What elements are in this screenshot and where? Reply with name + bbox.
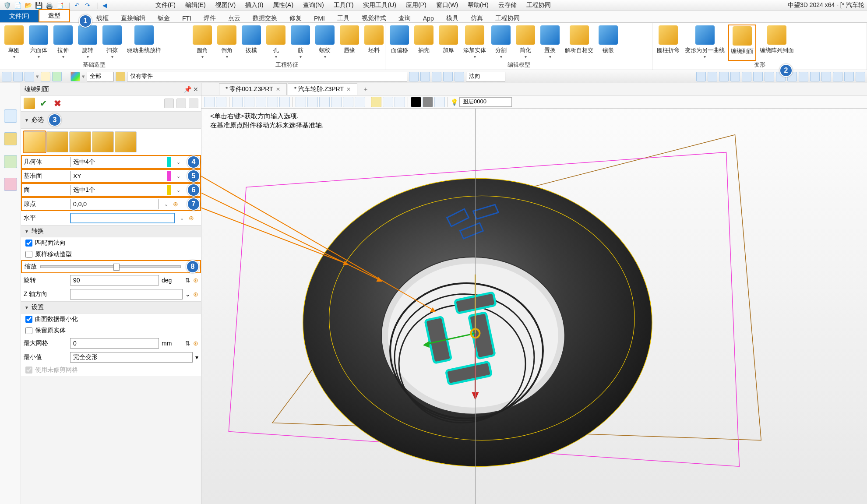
- origin-pick-icon[interactable]: ⊛: [173, 201, 183, 208]
- rbtn-split[interactable]: 分割▾: [490, 25, 512, 61]
- rbtn-stock[interactable]: 坯料: [363, 25, 385, 61]
- doc-tab-2[interactable]: * 汽车轮胎.Z3PRT✕: [288, 83, 357, 95]
- sidetab-box-icon[interactable]: [4, 132, 17, 145]
- vtb-black-icon[interactable]: [411, 97, 421, 107]
- vtb-icon[interactable]: [279, 97, 290, 107]
- direction-select[interactable]: 法向: [466, 72, 505, 81]
- tb2-icon[interactable]: [742, 72, 751, 81]
- rbtn-faceoffset[interactable]: 面偏移: [388, 25, 411, 61]
- vtb-icon[interactable]: [244, 97, 254, 107]
- tb2-icon[interactable]: [443, 72, 453, 81]
- rbtn-thicken[interactable]: 加厚: [437, 25, 460, 61]
- vtb-icon[interactable]: [256, 97, 266, 107]
- rbtn-replace[interactable]: 置换▾: [539, 25, 561, 61]
- level-pick-icon[interactable]: ⊛: [189, 215, 198, 222]
- layer-select[interactable]: 图层0000: [459, 97, 512, 107]
- spinner-icon[interactable]: ⇅: [185, 277, 190, 284]
- scale-slider[interactable]: [40, 265, 181, 268]
- rbtn-chamfer[interactable]: 倒角▾: [215, 25, 238, 61]
- panel-tool-icon[interactable]: [164, 99, 174, 108]
- menu-attr[interactable]: 属性(A): [273, 1, 293, 9]
- subtab-pmi[interactable]: PMI: [314, 15, 325, 22]
- vtb-icon[interactable]: [331, 97, 342, 107]
- panel-tool-icon[interactable]: [189, 99, 198, 108]
- mode-1-icon[interactable]: [24, 131, 46, 152]
- panel-tool-icon[interactable]: [176, 99, 186, 108]
- dropdown-icon[interactable]: ⌄: [174, 187, 183, 193]
- vtb-icon[interactable]: [296, 97, 306, 107]
- geometry-input[interactable]: 选中4个: [70, 157, 164, 167]
- subtab-visual[interactable]: 视觉样式: [362, 14, 386, 22]
- rbtn-loft[interactable]: 驱动曲线放样: [125, 25, 163, 61]
- pick-icon[interactable]: ⊛: [193, 291, 198, 298]
- vtb-icon[interactable]: [371, 97, 381, 107]
- subtab-fti[interactable]: FTI: [182, 15, 191, 22]
- tb2-icon[interactable]: [52, 72, 62, 81]
- face-input[interactable]: 选中1个: [70, 185, 164, 195]
- tb2-icon[interactable]: [13, 72, 23, 81]
- panel-pin-icon[interactable]: 📌 ✕: [184, 86, 198, 93]
- subtab-wireframe[interactable]: 线框: [96, 14, 109, 22]
- rbtn-lip[interactable]: 唇缘: [338, 25, 361, 61]
- subtab-directedit[interactable]: 直接编辑: [121, 14, 145, 22]
- pick-icon[interactable]: ⊛: [193, 340, 198, 347]
- minval-select[interactable]: 完全变形: [70, 352, 193, 363]
- section-settings[interactable]: 设置: [21, 301, 201, 314]
- ok-button[interactable]: ✔: [38, 98, 49, 109]
- tb2-icon[interactable]: [810, 72, 820, 81]
- subtab-sheetmetal[interactable]: 钣金: [158, 14, 170, 22]
- vtb-icon[interactable]: [343, 97, 353, 107]
- spinner-icon[interactable]: ⇅: [185, 340, 190, 347]
- vtb-icon[interactable]: [434, 97, 445, 107]
- vtb-icon[interactable]: [307, 97, 318, 107]
- tb2-part-icon[interactable]: [116, 72, 125, 81]
- sidetab-user-icon[interactable]: [4, 178, 17, 191]
- rbtn-rib[interactable]: 筋▾: [289, 25, 312, 61]
- menu-window[interactable]: 窗口(W): [436, 1, 458, 9]
- rbtn-revolve[interactable]: 旋转▾: [76, 25, 99, 61]
- tb2-icon[interactable]: [719, 72, 729, 81]
- close-icon[interactable]: ✕: [346, 86, 351, 92]
- rbtn-hole[interactable]: 孔▾: [264, 25, 287, 61]
- section-required[interactable]: 必选 3: [21, 111, 201, 129]
- row-geometry[interactable]: 几何体 选中4个 ⌄ 4: [21, 155, 201, 169]
- chk-same-move[interactable]: 原样移动造型: [21, 249, 201, 260]
- menu-app[interactable]: 应用(P): [406, 1, 426, 9]
- menu-tool[interactable]: 工具(T): [334, 1, 354, 9]
- menu-cloud[interactable]: 云存储: [498, 1, 517, 9]
- menu-query[interactable]: 查询(N): [303, 1, 324, 9]
- tb2-icon[interactable]: [821, 72, 831, 81]
- row-origin[interactable]: 原点 0,0,0 ⌄ ⊛ 7: [21, 197, 201, 211]
- dropdown-icon[interactable]: ⌄: [174, 159, 183, 165]
- rbtn-shell[interactable]: 抽壳: [412, 25, 435, 61]
- row-rotate[interactable]: 旋转 90 deg ⇅ ⊛: [21, 273, 201, 287]
- maxgrid-input[interactable]: 0: [70, 338, 159, 349]
- vtb-icon[interactable]: [216, 97, 226, 107]
- vtb-icon[interactable]: [268, 97, 278, 107]
- vtb-icon[interactable]: [232, 97, 243, 107]
- tb2-icon[interactable]: [409, 72, 419, 81]
- pick-icon[interactable]: ⊛: [193, 277, 198, 284]
- chk-match-normal[interactable]: 匹配面法向: [21, 237, 201, 249]
- vtb-icon[interactable]: [383, 97, 393, 107]
- chk-min-surface[interactable]: 曲面数据最小化: [21, 314, 201, 325]
- vtb-icon[interactable]: [395, 97, 405, 107]
- tb2-icon[interactable]: [2, 72, 11, 81]
- tb2-icon[interactable]: [708, 72, 717, 81]
- rbtn-mosaic[interactable]: 镶嵌: [597, 25, 620, 61]
- subtab-repair[interactable]: 修复: [289, 14, 302, 22]
- zaxis-input[interactable]: [70, 289, 183, 300]
- rbtn-simplify[interactable]: 简化▾: [514, 25, 537, 61]
- rbtn-wrappattern[interactable]: 缠绕阵列到面: [758, 25, 796, 61]
- rbtn-addsolid[interactable]: 添加实体▾: [462, 25, 488, 61]
- origin-input[interactable]: 0,0,0: [70, 199, 159, 209]
- dropdown-icon[interactable]: ⌄: [162, 201, 170, 207]
- viewport[interactable]: * 零件001.Z3PRT✕ * 汽车轮胎.Z3PRT✕ ＋ 💡 图层0000 …: [201, 83, 867, 504]
- only-parts-select[interactable]: 仅有零件: [127, 72, 407, 81]
- vtb-icon[interactable]: [355, 97, 365, 107]
- menu-help[interactable]: 帮助(H): [468, 1, 488, 9]
- subtab-exchange[interactable]: 数据交换: [253, 14, 277, 22]
- tb2-icon[interactable]: [696, 72, 706, 81]
- vtb-icon[interactable]: [204, 97, 215, 107]
- subtab-pointcloud[interactable]: 点云: [228, 14, 240, 22]
